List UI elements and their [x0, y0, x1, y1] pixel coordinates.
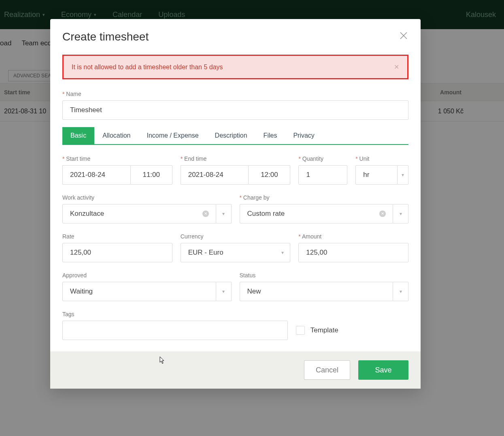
save-button[interactable]: Save	[358, 360, 408, 380]
approved-label: Approved	[62, 272, 232, 279]
work-activity-select[interactable]	[62, 204, 216, 223]
chevron-down-icon[interactable]: ▾	[216, 204, 232, 223]
start-time-label: Start time	[62, 155, 172, 162]
amount-input[interactable]	[298, 243, 408, 262]
currency-select[interactable]	[181, 243, 291, 262]
charge-by-label: Charge by	[240, 194, 409, 201]
tabs: Basic Allocation Income / Expense Descri…	[62, 127, 408, 145]
create-timesheet-modal: Create timesheet It is not allowed to ad…	[50, 19, 421, 389]
status-label: Status	[240, 272, 409, 279]
tab-description[interactable]: Description	[207, 127, 255, 144]
tab-privacy[interactable]: Privacy	[285, 127, 322, 144]
tags-input[interactable]	[62, 321, 288, 340]
tab-allocation[interactable]: Allocation	[94, 127, 138, 144]
error-alert: It is not allowed to add a timesheet old…	[62, 55, 408, 79]
clear-icon[interactable]: ✕	[202, 211, 209, 217]
alert-close-icon[interactable]: ✕	[394, 63, 399, 71]
tags-label: Tags	[62, 311, 288, 317]
close-icon[interactable]	[399, 31, 408, 43]
start-date-input[interactable]	[62, 165, 130, 185]
name-label: Name	[62, 91, 408, 97]
tab-income-expense[interactable]: Income / Expense	[139, 127, 207, 144]
end-time-input[interactable]	[248, 165, 290, 185]
quantity-label: Quantity	[298, 155, 347, 162]
status-select[interactable]	[240, 282, 393, 301]
template-checkbox[interactable]	[296, 326, 305, 335]
template-label: Template	[310, 326, 338, 334]
work-activity-label: Work activity	[62, 194, 232, 201]
rate-label: Rate	[62, 233, 172, 240]
currency-label: Currency	[181, 233, 291, 240]
unit-select[interactable]	[355, 165, 398, 185]
charge-by-select[interactable]	[240, 204, 393, 223]
end-date-input[interactable]	[181, 165, 249, 185]
cancel-button[interactable]: Cancel	[304, 360, 350, 380]
alert-text: It is not allowed to add a timesheet old…	[72, 64, 223, 71]
quantity-input[interactable]	[298, 165, 347, 185]
tab-basic[interactable]: Basic	[62, 127, 94, 144]
rate-input[interactable]	[62, 243, 172, 262]
chevron-down-icon[interactable]: ▾	[393, 204, 408, 223]
approved-select[interactable]	[62, 282, 216, 301]
end-time-label: End time	[181, 155, 291, 162]
chevron-down-icon[interactable]: ▾	[216, 282, 232, 301]
start-time-input[interactable]	[130, 165, 172, 185]
clear-icon[interactable]: ✕	[379, 211, 386, 217]
chevron-down-icon[interactable]: ▾	[398, 165, 408, 185]
name-input[interactable]	[62, 100, 408, 120]
tab-files[interactable]: Files	[255, 127, 285, 144]
chevron-down-icon[interactable]: ▾	[393, 282, 408, 301]
modal-title: Create timesheet	[62, 30, 149, 43]
unit-label: Unit	[355, 155, 408, 162]
amount-label: Amount	[298, 233, 408, 240]
